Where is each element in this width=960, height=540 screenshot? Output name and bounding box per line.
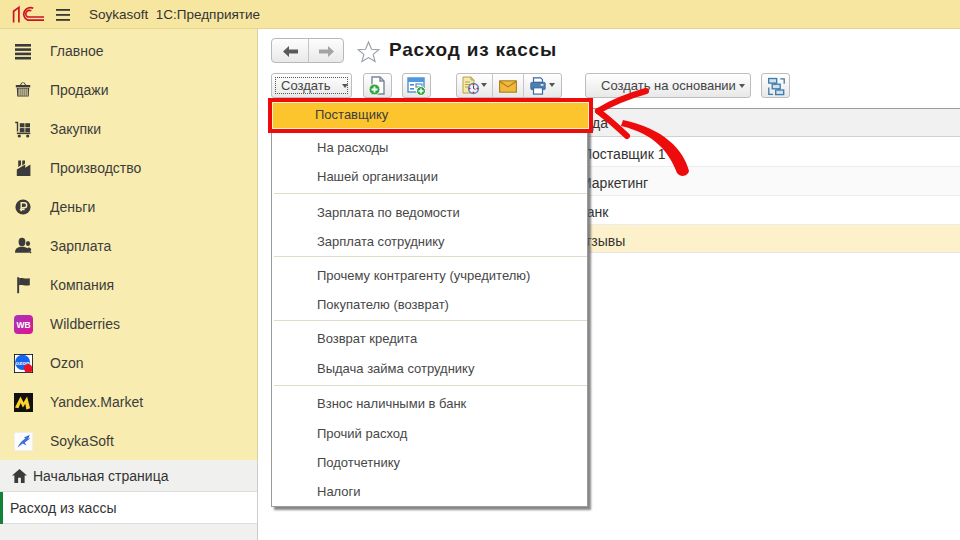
svg-text:WB: WB — [16, 320, 30, 330]
